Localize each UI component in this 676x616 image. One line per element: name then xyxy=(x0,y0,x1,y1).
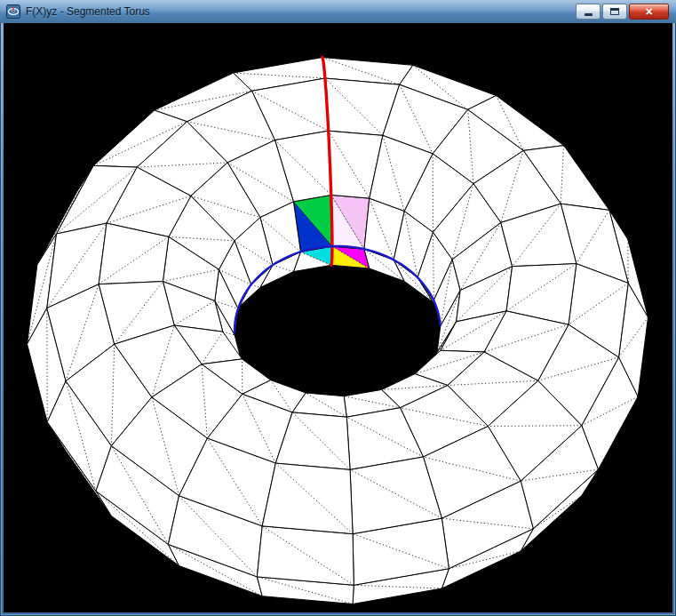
maximize-button[interactable] xyxy=(602,4,627,20)
minimize-button[interactable] xyxy=(576,4,600,20)
window-controls: × xyxy=(576,4,669,20)
app-window: F(X)yz - Segmented Torus × xyxy=(0,0,676,616)
maximize-icon xyxy=(610,8,619,15)
render-viewport[interactable] xyxy=(4,23,672,612)
minimize-icon xyxy=(585,13,592,16)
torus-3d-canvas[interactable] xyxy=(4,23,672,612)
close-button[interactable]: × xyxy=(629,4,669,20)
close-icon: × xyxy=(645,5,652,18)
app-icon[interactable] xyxy=(6,4,20,19)
window-title: F(X)yz - Segmented Torus xyxy=(26,5,576,18)
titlebar[interactable]: F(X)yz - Segmented Torus × xyxy=(0,0,676,23)
